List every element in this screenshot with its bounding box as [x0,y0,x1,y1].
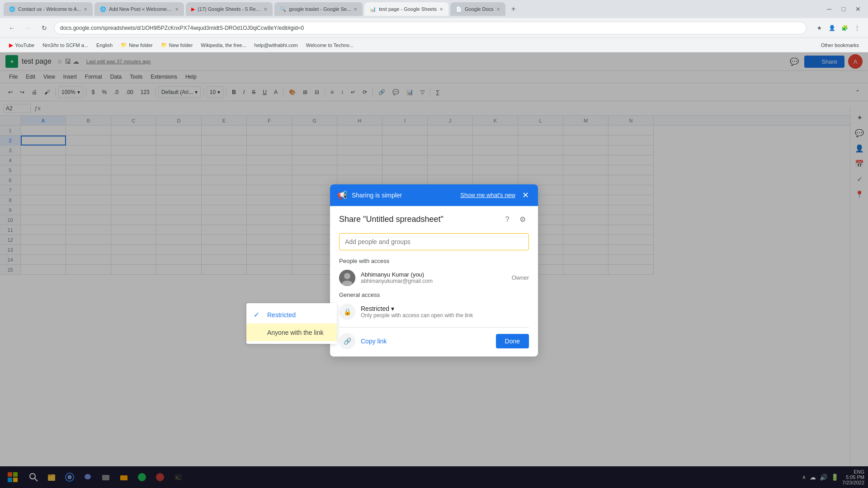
bookmarks-bar: ▶ YouTube Nm3/hr to SCFM a... English 📁 … [0,38,868,52]
tab-6-label: Google Docs [465,6,494,12]
tab-4[interactable]: 🔍 google traslet - Google Se... ✕ [274,2,363,16]
person-role: Owner [512,274,529,281]
bookmark-english-label: English [96,42,113,48]
bookmark-nm3hr[interactable]: Nm3/hr to SCFM a... [39,41,92,49]
tab-2[interactable]: 🌐 Add New Post « Welcome t... ✕ [94,2,184,16]
access-value: Restricted [361,305,389,312]
banner-text: Sharing is simpler [352,192,456,199]
megaphone-icon: 📢 [337,190,347,200]
bookmark-youtube[interactable]: ▶ YouTube [5,41,38,50]
general-access-section: General access 🔒 Restricted ▾ Only peop [339,291,529,320]
check-icon: ✓ [254,310,263,319]
done-button[interactable]: Done [496,334,529,348]
tab-1[interactable]: 🌐 Contact us - Welcome to A... ✕ [4,2,93,16]
bookmark-help[interactable]: help@withabhi.com [251,41,302,49]
maximize-button[interactable]: □ [837,3,850,15]
bookmark-english[interactable]: English [93,41,116,49]
no-check-icon: ✓ [254,328,263,337]
tab-6-favicon: 📄 [456,6,462,12]
tab-5[interactable]: 📊 test page - Google Sheets ✕ [364,2,448,16]
person-email: abhimanyukumar@gmail.com [361,278,506,284]
bookmark-wikipedia-label: Wikipedia, the free... [201,42,246,48]
person-name: Abhimanyu Kumar (you) [361,271,506,278]
tab-5-label: test page - Google Sheets [379,6,437,12]
access-dropdown-trigger[interactable]: Restricted ▾ [361,305,529,312]
settings-icon[interactable]: ⚙ [516,213,529,226]
bookmark-newfolder1-label: New folder [129,42,153,48]
tab-3-close[interactable]: ✕ [264,7,267,12]
tab-4-close[interactable]: ✕ [354,7,357,12]
tab-3[interactable]: ▶ (17) Google Sheets - 5 Rea... ✕ [186,2,273,16]
general-access-row: 🔒 Restricted ▾ Only people with access c… [339,304,529,320]
back-button[interactable]: ← [5,22,18,34]
extensions-icon[interactable]: 🧩 [839,23,850,33]
tab-5-favicon: 📊 [370,6,376,12]
tab-bar: 🌐 Contact us - Welcome to A... ✕ 🌐 Add N… [0,0,868,18]
bookmark-newfolder1[interactable]: 📁 New folder [117,41,156,49]
address-bar[interactable]: docs.google.com/spreadsheets/d/1iOH9l5PZ… [54,22,807,34]
bookmark-wikipedia[interactable]: Wikipedia, the free... [197,41,250,49]
lock-icon: 🔒 [344,308,351,315]
bookmark-youtube-label: YouTube [15,42,34,48]
youtube-icon: ▶ [9,42,13,48]
dropdown-restricted-label: Restricted [267,311,296,319]
modal-overlay: 📢 Sharing is simpler Show me what's new … [0,52,868,488]
banner-close-button[interactable]: ✕ [520,190,531,201]
tab-3-label: (17) Google Sheets - 5 Rea... [198,6,261,12]
person-row: Abhimanyu Kumar (you) abhimanyukumar@gma… [339,270,529,286]
share-dialog-body: Share "Untitled spreadsheet" ? ⚙ People … [330,206,538,357]
person-avatar [339,270,355,286]
bookmark-other-label: Other bookmarks [821,42,859,48]
tab-1-close[interactable]: ✕ [84,7,87,12]
share-dialog-title: Share "Untitled spreadsheet" ? ⚙ [339,213,529,226]
forward-button[interactable]: → [22,22,34,34]
access-chevron-icon: ▾ [391,305,394,312]
help-icon[interactable]: ? [501,213,514,226]
bookmark-icon[interactable]: ★ [814,23,825,33]
share-dialog-title-text: Share "Untitled spreadsheet" [339,215,443,224]
general-access-title: General access [339,291,529,298]
close-button[interactable]: ✕ [852,3,864,15]
tab-2-favicon: 🌐 [100,6,106,12]
folder-icon-1: 📁 [121,42,127,48]
dropdown-anyone-with-link[interactable]: ✓ Anyone with the link [246,324,337,341]
browser-frame: 🌐 Contact us - Welcome to A... ✕ 🌐 Add N… [0,0,868,488]
add-people-input[interactable] [339,233,529,250]
link-icon-wrap: 🔗 [339,333,355,349]
share-title-icons: ? ⚙ [501,213,529,226]
lock-icon-wrap: 🔒 [339,304,355,320]
app-area: ✦ test page ☆ 🖫 ☁ Last edit was 37 minut… [0,52,868,488]
tab-5-close[interactable]: ✕ [439,7,443,12]
link-icon: 🔗 [344,338,351,345]
folder-icon-2: 📁 [161,42,167,48]
access-info: Restricted ▾ Only people with access can… [361,305,529,319]
share-dialog: 📢 Sharing is simpler Show me what's new … [330,184,538,357]
tab-2-label: Add New Post « Welcome t... [109,6,172,12]
tab-2-close[interactable]: ✕ [175,7,179,12]
address-text: docs.google.com/spreadsheets/d/1iOH9l5PZ… [60,25,304,31]
person-info: Abhimanyu Kumar (you) abhimanyukumar@gma… [361,271,506,284]
dropdown-restricted[interactable]: ✓ Restricted [246,306,337,324]
profile-icon[interactable]: 👤 [826,23,837,33]
tab-6[interactable]: 📄 Google Docs ✕ [450,2,505,16]
new-tab-button[interactable]: + [507,3,520,15]
bookmark-other[interactable]: Other bookmarks [817,41,863,49]
show-whats-new-link[interactable]: Show me what's new [460,192,515,198]
bookmark-newfolder2[interactable]: 📁 New folder [157,41,197,49]
tab-3-favicon: ▶ [191,6,195,12]
svg-point-1 [344,273,350,279]
copy-link-button[interactable]: Copy link [361,338,491,345]
access-dropdown-menu: ✓ Restricted ✓ Anyone with the link [246,303,337,344]
tab-4-label: google traslet - Google Se... [289,6,351,12]
browser-nav-icons: ★ 👤 🧩 ⋮ [814,23,863,33]
tab-1-favicon: 🌐 [9,6,15,12]
bookmark-techno-label: Welcome to Techno... [306,42,354,48]
copy-link-row: 🔗 Copy link Done [339,327,529,349]
share-banner: 📢 Sharing is simpler Show me what's new … [330,184,538,206]
tab-4-favicon: 🔍 [280,6,286,12]
more-icon[interactable]: ⋮ [852,23,863,33]
tab-6-close[interactable]: ✕ [496,7,500,12]
reload-button[interactable]: ↻ [38,22,51,34]
bookmark-techno[interactable]: Welcome to Techno... [302,41,357,49]
minimize-button[interactable]: ─ [823,3,835,15]
